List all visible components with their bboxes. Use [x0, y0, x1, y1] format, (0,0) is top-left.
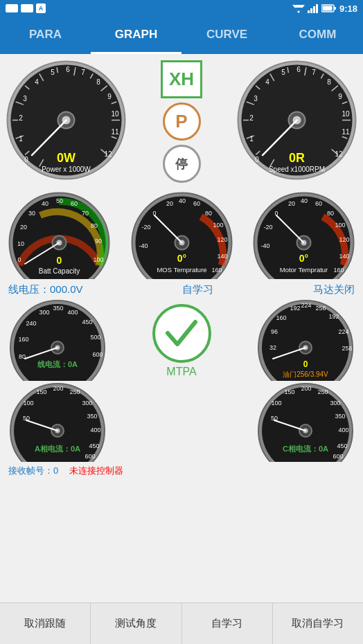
svg-text:224: 224 — [338, 328, 348, 335]
svg-text:70: 70 — [82, 210, 89, 217]
tab-bar: PARA GRAPH CURVE COMM — [0, 17, 363, 54]
svg-rect-9 — [322, 6, 332, 11]
self-learn-button[interactable]: 自学习 — [182, 603, 273, 644]
svg-text:2: 2 — [249, 114, 254, 122]
status-bar: A 9:18 — [0, 0, 363, 17]
svg-text:300: 300 — [39, 309, 49, 316]
svg-text:3: 3 — [23, 95, 27, 102]
line-voltage: 线电压：000.0V — [8, 283, 83, 296]
speed-gauge-svg: 0 1 2 3 4 5 6 7 8 9 10 11 12 — [236, 60, 357, 181]
svg-text:160: 160 — [18, 336, 28, 343]
cancel-self-learn-button[interactable]: 取消自学习 — [273, 603, 363, 644]
svg-text:6: 6 — [296, 66, 301, 73]
phase-a-gauge-wrap: 50 100 150 200 250 300 350 400 450 600 A… — [6, 382, 109, 462]
line-current-gauge-wrap: 80 160 240 300 350 400 450 500 600 线电流：0… — [6, 298, 109, 381]
tab-graph[interactable]: GRAPH — [91, 17, 182, 54]
svg-text:192: 192 — [290, 305, 300, 312]
svg-rect-4 — [310, 8, 312, 13]
tab-para[interactable]: PARA — [0, 17, 91, 54]
svg-text:40: 40 — [178, 197, 185, 204]
self-learn-label: 自学习 — [182, 283, 213, 296]
check-mark-svg — [161, 312, 202, 354]
svg-text:10: 10 — [111, 110, 119, 118]
svg-text:100: 100 — [23, 400, 33, 406]
batt-gauge-svg: 0 10 20 30 40 50 60 70 80 90 100 0 Batt — [6, 189, 113, 279]
svg-text:0: 0 — [303, 359, 308, 369]
svg-text:450: 450 — [89, 442, 99, 449]
svg-rect-8 — [334, 7, 336, 10]
svg-text:160: 160 — [333, 267, 344, 274]
recv-frame: 接收帧号：0 — [8, 465, 58, 477]
phase-c-gauge-svg: 50 100 150 200 250 300 350 400 450 600 C… — [254, 382, 357, 462]
motor-temp-gauge-svg: -40 -20 0 20 40 60 80 100 120 140 160 0°… — [250, 189, 357, 279]
motor-off-label: 马达关闭 — [313, 283, 355, 296]
svg-point-2 — [297, 11, 299, 13]
svg-text:400: 400 — [67, 309, 78, 316]
top-gauges-row: 0 1 2 3 4 5 6 7 8 9 10 11 12 — [6, 60, 357, 184]
svg-text:96: 96 — [271, 328, 278, 335]
time-display: 9:18 — [339, 3, 357, 14]
tab-comm[interactable]: COMM — [272, 17, 363, 54]
p-circle: P — [163, 102, 201, 141]
svg-text:30: 30 — [28, 210, 35, 217]
speed-gauge-wrap: 0 1 2 3 4 5 6 7 8 9 10 11 12 — [236, 60, 357, 184]
status-right: 9:18 — [292, 3, 357, 14]
test-angle-button[interactable]: 测试角度 — [91, 603, 182, 644]
svg-text:-20: -20 — [141, 224, 150, 231]
row3-gauges: 50 100 150 200 250 300 350 400 450 600 A… — [6, 382, 357, 462]
svg-text:0R: 0R — [289, 151, 305, 165]
svg-text:100: 100 — [213, 222, 223, 229]
svg-text:0°: 0° — [299, 253, 308, 264]
mtpa-wrap: MTPA — [152, 301, 211, 378]
info-row-1: 线电压：000.0V 自学习 马达关闭 — [6, 282, 357, 298]
svg-text:10: 10 — [342, 110, 350, 118]
cancel-follow-button[interactable]: 取消跟随 — [0, 603, 91, 644]
svg-text:600: 600 — [85, 453, 95, 460]
svg-text:200: 200 — [301, 385, 311, 392]
svg-text:-20: -20 — [263, 224, 272, 231]
svg-text:10: 10 — [17, 240, 24, 247]
svg-text:40: 40 — [301, 197, 308, 204]
svg-text:192: 192 — [328, 313, 339, 320]
mos-temp-gauge-svg: -40 -20 0 20 40 60 80 100 120 140 160 0°… — [128, 189, 236, 279]
mtpa-label: MTPA — [166, 366, 196, 378]
svg-text:140: 140 — [217, 253, 227, 260]
throttle-gauge-wrap: 32 96 160 192 224 256 192 224 256 0 油门25… — [254, 298, 357, 381]
svg-text:250: 250 — [69, 388, 80, 395]
svg-text:20: 20 — [20, 224, 27, 231]
svg-text:450: 450 — [337, 442, 347, 449]
batt-gauge-wrap: 0 10 20 30 40 50 60 70 80 90 100 0 Batt — [6, 189, 113, 279]
svg-text:400: 400 — [338, 427, 348, 433]
svg-text:160: 160 — [211, 267, 222, 274]
svg-text:3: 3 — [254, 95, 258, 102]
svg-text:MOS Temprature: MOS Temprature — [157, 266, 206, 274]
svg-text:9: 9 — [107, 93, 112, 100]
svg-text:60: 60 — [71, 200, 78, 207]
svg-text:2: 2 — [19, 114, 23, 122]
mtpa-check-circle — [152, 304, 211, 363]
svg-text:200: 200 — [53, 385, 63, 392]
svg-text:线电流：0A: 线电流：0A — [37, 360, 78, 368]
svg-text:4: 4 — [265, 78, 269, 86]
svg-text:150: 150 — [36, 388, 46, 395]
stop-circle: 停 — [163, 145, 201, 183]
power-gauge-svg: 0 1 2 3 4 5 6 7 8 9 10 11 12 — [6, 60, 127, 181]
svg-text:150: 150 — [284, 388, 294, 395]
svg-text:4: 4 — [35, 78, 39, 86]
svg-text:160: 160 — [276, 314, 286, 321]
svg-text:-40: -40 — [139, 242, 148, 249]
svg-text:100: 100 — [271, 400, 281, 406]
svg-text:120: 120 — [339, 236, 349, 243]
svg-text:300: 300 — [82, 400, 92, 406]
svg-text:A相电流：0A: A相电流：0A — [35, 445, 80, 453]
svg-text:450: 450 — [82, 319, 92, 325]
svg-text:140: 140 — [339, 253, 349, 260]
svg-text:60: 60 — [193, 200, 200, 207]
svg-rect-5 — [313, 6, 315, 13]
svg-text:80: 80 — [204, 210, 211, 217]
svg-text:Speed x1000RPM: Speed x1000RPM — [269, 166, 325, 173]
center-panel: XH P 停 — [161, 60, 202, 183]
tab-curve[interactable]: CURVE — [182, 17, 272, 54]
svg-text:11: 11 — [342, 128, 350, 136]
xh-box: XH — [161, 60, 202, 98]
